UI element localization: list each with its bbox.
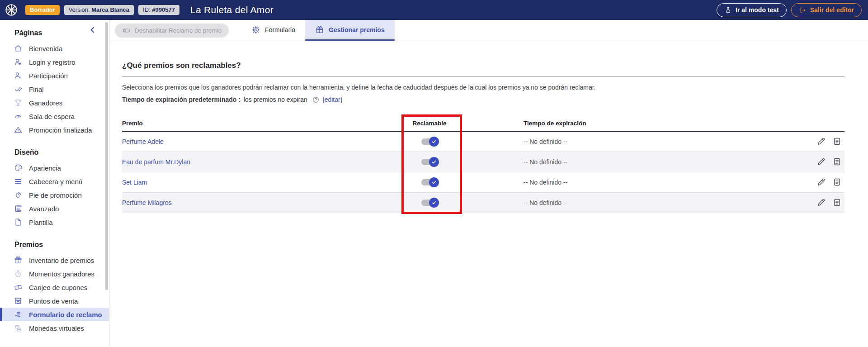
expiration-value: -- No definido --: [470, 158, 790, 166]
double-check-icon: [14, 85, 23, 94]
section-title: Diseño: [14, 148, 109, 157]
sidebar-item-formulario-de-reclamo[interactable]: Formulario de reclamo: [0, 308, 109, 321]
version-badge: Versión: Marca Blanca: [64, 5, 134, 15]
sidebar-item-login-y-registro[interactable]: Login y registro: [0, 55, 109, 69]
table-row: Set Liam -- No definido --: [122, 172, 844, 193]
exit-editor-button[interactable]: Salir del editor: [791, 3, 862, 17]
clipboard-list-icon[interactable]: [832, 157, 842, 166]
top-bar: Borrador Versión: Marca Blanca ID: #9905…: [0, 0, 868, 20]
sidebar-item-pie-de-promocion[interactable]: Pie de promoción: [0, 188, 109, 202]
check-icon: [429, 198, 439, 208]
sidebar-item-plantilla[interactable]: Plantilla: [0, 215, 109, 229]
section-title: Premios: [14, 241, 109, 249]
claimable-toggle[interactable]: [421, 200, 438, 206]
sidebar: Páginas Bienvenida Login y registro Part…: [0, 20, 109, 347]
clipboard-list-icon[interactable]: [832, 137, 842, 146]
prize-link[interactable]: Set Liam: [122, 179, 147, 186]
table-row: Perfume Adele -- No definido --: [122, 132, 844, 152]
sidebar-item-puntos-de-venta[interactable]: Puntos de venta: [0, 294, 109, 308]
chevron-left-icon[interactable]: [88, 25, 97, 34]
clipboard-list-icon[interactable]: [832, 198, 842, 207]
table-row: Perfume Milagros -- No definido --: [122, 193, 844, 213]
pencil-icon[interactable]: [816, 157, 826, 166]
claimable-toggle[interactable]: [421, 159, 438, 165]
divider: [122, 76, 844, 77]
claimable-toggle[interactable]: [421, 138, 438, 145]
gear-icon: [251, 25, 260, 34]
sidebar-item-momentos-ganadores[interactable]: Momentos ganadores: [0, 267, 109, 280]
sidebar-scrollbar[interactable]: [105, 22, 108, 290]
expiration-value: -- No definido --: [470, 179, 790, 186]
sidebar-item-participacion[interactable]: Participación: [0, 69, 109, 82]
check-icon: [429, 157, 439, 167]
status-badge: Borrador: [25, 5, 60, 15]
coupon-icon: [14, 283, 23, 292]
edit-expiration-link[interactable]: [editar]: [323, 96, 342, 103]
sidebar-item-sala-de-espera[interactable]: Sala de espera: [0, 109, 109, 123]
expiration-value: -- No definido --: [470, 199, 790, 206]
sidebar-item-apariencia[interactable]: Apariencia: [0, 161, 109, 175]
sidebar-item-canjeo-de-cupones[interactable]: Canjeo de cupones: [0, 280, 109, 294]
script-icon: [14, 204, 23, 213]
coins-icon: [14, 323, 23, 333]
prizes-table: Premio Reclamable Tiempo de expiración P…: [122, 116, 844, 213]
sidebar-item-promocion-finalizada[interactable]: Promoción finalizada: [0, 123, 109, 137]
prize-link[interactable]: Perfume Milagros: [122, 199, 172, 206]
user-plus-icon: [14, 71, 23, 80]
prize-link[interactable]: Perfume Adele: [122, 138, 164, 145]
test-mode-button[interactable]: Ir al modo test: [717, 3, 787, 17]
check-icon: [429, 177, 439, 187]
sidebar-item-avanzado[interactable]: Avanzado: [0, 202, 109, 215]
file-icon: [14, 218, 23, 227]
check-icon: [429, 137, 439, 147]
stopwatch-icon: [14, 269, 23, 278]
sidebar-item-bienvenida[interactable]: Bienvenida: [0, 42, 109, 55]
page-title: ¿Qué premios son reclamables?: [122, 61, 844, 70]
pencil-icon[interactable]: [816, 177, 826, 187]
gauge-icon: [14, 112, 23, 121]
disable-claim-button[interactable]: Deshabilitar Reclamo de premio: [115, 24, 229, 38]
description-text: Selecciona los premios que los ganadores…: [122, 84, 844, 92]
tabs-bar: Deshabilitar Reclamo de premio Formulari…: [109, 20, 868, 41]
expiration-value: -- No definido --: [470, 138, 790, 145]
tab-gestionar-premios[interactable]: Gestionar premios: [305, 20, 395, 41]
test-tube-icon: [724, 6, 732, 14]
promotion-title: La Ruleta del Amor: [190, 5, 274, 15]
gift-icon: [14, 256, 23, 265]
pencil-icon[interactable]: [816, 137, 826, 146]
sidebar-section-premios: Premios Inventario de premios Momentos g…: [0, 241, 109, 335]
main-content: Deshabilitar Reclamo de premio Formulari…: [109, 20, 868, 347]
question-circle-icon[interactable]: [312, 96, 320, 104]
warning-icon: [14, 125, 23, 134]
roulette-wheel-icon: [5, 3, 18, 17]
claim-form-icon: [14, 310, 23, 319]
palette-icon: [14, 163, 23, 172]
sidebar-item-monedas-virtuales[interactable]: Monedas virtuales: [0, 321, 109, 335]
sidebar-item-ganadores[interactable]: Ganadores: [0, 96, 109, 109]
sidebar-section-paginas: Páginas Bienvenida Login y registro Part…: [0, 29, 109, 137]
table-row: Eau de parfum Mr.Dylan -- No definido --: [122, 152, 844, 172]
gift-icon: [315, 25, 324, 34]
footprint-icon: [14, 190, 23, 200]
sidebar-item-final[interactable]: Final: [0, 82, 109, 96]
column-header-tiempo-de-expiracion: Tiempo de expiración: [470, 120, 790, 127]
exit-icon: [799, 6, 807, 14]
menu-icon: [14, 177, 23, 186]
tab-formulario[interactable]: Formulario: [241, 20, 305, 41]
user-badge-icon: [14, 57, 23, 67]
home-icon: [14, 44, 23, 53]
claimable-prizes-panel: ¿Qué premios son reclamables? Selecciona…: [109, 41, 868, 347]
store-icon: [14, 296, 23, 305]
prize-link[interactable]: Eau de parfum Mr.Dylan: [122, 158, 190, 166]
table-header-row: Premio Reclamable Tiempo de expiración: [122, 116, 844, 132]
id-badge: ID: #990577: [138, 5, 179, 15]
sidebar-item-cabecera-y-menu[interactable]: Cabecera y menú: [0, 175, 109, 188]
column-header-premio: Premio: [122, 120, 389, 127]
claimable-toggle[interactable]: [421, 179, 438, 185]
clipboard-list-icon[interactable]: [832, 177, 842, 187]
pencil-icon[interactable]: [816, 198, 826, 207]
expiration-default-line: Tiempo de expiración predeterminado : lo…: [122, 96, 844, 104]
toggle-icon: [122, 26, 131, 35]
sidebar-item-inventario-de-premios[interactable]: Inventario de premios: [0, 253, 109, 267]
trophy-icon: [14, 98, 23, 107]
